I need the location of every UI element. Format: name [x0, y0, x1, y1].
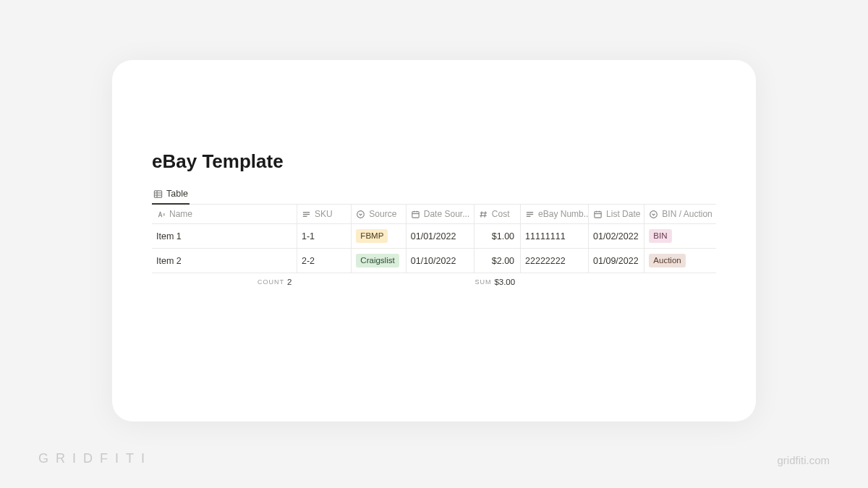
svg-rect-8 — [412, 211, 419, 217]
source-tag: Craigslist — [356, 254, 399, 267]
tab-label: Table — [166, 189, 188, 199]
page-title[interactable]: eBay Template — [152, 150, 716, 173]
cell-list-date[interactable]: 01/02/2022 — [589, 224, 644, 248]
calendar-icon — [411, 210, 420, 219]
watermark-logo: GRIDFITI — [38, 451, 152, 466]
cell-list-date[interactable]: 01/09/2022 — [589, 249, 644, 273]
source-tag: FBMP — [356, 229, 388, 243]
select-icon — [649, 210, 658, 219]
bin-auction-tag: Auction — [649, 254, 685, 267]
table-summary-row: COUNT 2 SUM $3.00 — [152, 273, 716, 291]
svg-rect-19 — [595, 211, 601, 217]
watermark-url: gridfiti.com — [777, 454, 830, 466]
select-icon — [356, 210, 365, 219]
cell-source[interactable]: Craigslist — [352, 249, 406, 273]
column-header-ebay-number[interactable]: eBay Numb... — [521, 205, 589, 223]
column-header-cost[interactable]: Cost — [475, 205, 521, 223]
title-icon — [156, 210, 166, 219]
cell-bin-auction[interactable]: BIN — [644, 224, 716, 248]
column-header-source[interactable]: Source — [352, 205, 406, 223]
svg-point-7 — [357, 210, 365, 218]
text-icon — [302, 210, 311, 219]
column-header-bin-auction[interactable]: BIN / Auction — [644, 205, 716, 223]
cell-date-sourced[interactable]: 01/10/2022 — [407, 249, 475, 273]
table-row[interactable]: Item 11-1FBMP01/01/2022$1.001111111101/0… — [152, 224, 716, 249]
view-tabs: Table — [152, 186, 716, 205]
tab-table[interactable]: Table — [152, 186, 190, 205]
column-header-name[interactable]: Name — [152, 205, 297, 223]
text-icon — [525, 210, 535, 219]
cell-ebay-number[interactable]: 22222222 — [521, 249, 589, 273]
cell-source[interactable]: FBMP — [352, 224, 406, 248]
column-header-sku[interactable]: SKU — [297, 205, 352, 223]
svg-line-12 — [481, 211, 482, 217]
svg-rect-0 — [154, 190, 161, 197]
cell-ebay-number[interactable]: 11111111 — [521, 224, 589, 248]
cell-sku[interactable]: 1-1 — [297, 224, 352, 248]
page-content: eBay Template Table Name SKU Source — [112, 150, 756, 291]
calendar-icon — [593, 210, 603, 219]
table-row[interactable]: Item 22-2Craigslist01/10/2022$2.00222222… — [152, 249, 716, 273]
cell-name[interactable]: Item 2 — [152, 249, 297, 273]
summary-count[interactable]: COUNT 2 — [152, 278, 297, 286]
cell-sku[interactable]: 2-2 — [297, 249, 352, 273]
svg-line-13 — [485, 211, 485, 217]
column-header-list-date[interactable]: List Date — [589, 205, 644, 223]
bin-auction-tag: BIN — [649, 229, 671, 243]
cell-name[interactable]: Item 1 — [152, 224, 297, 248]
svg-point-23 — [650, 210, 658, 218]
table-header-row: Name SKU Source Date Sour... Cost eBay N… — [152, 205, 716, 224]
cell-cost[interactable]: $2.00 — [475, 249, 521, 273]
summary-sum[interactable]: SUM $3.00 — [475, 278, 521, 286]
table-body: Item 11-1FBMP01/01/2022$1.001111111101/0… — [152, 224, 716, 273]
cell-cost[interactable]: $1.00 — [475, 224, 521, 248]
cell-date-sourced[interactable]: 01/01/2022 — [407, 224, 475, 248]
notion-page-card: eBay Template Table Name SKU Source — [112, 60, 756, 421]
table-icon — [153, 189, 163, 199]
column-header-date-sourced[interactable]: Date Sour... — [407, 205, 475, 223]
number-icon — [479, 210, 488, 219]
cell-bin-auction[interactable]: Auction — [644, 249, 716, 273]
